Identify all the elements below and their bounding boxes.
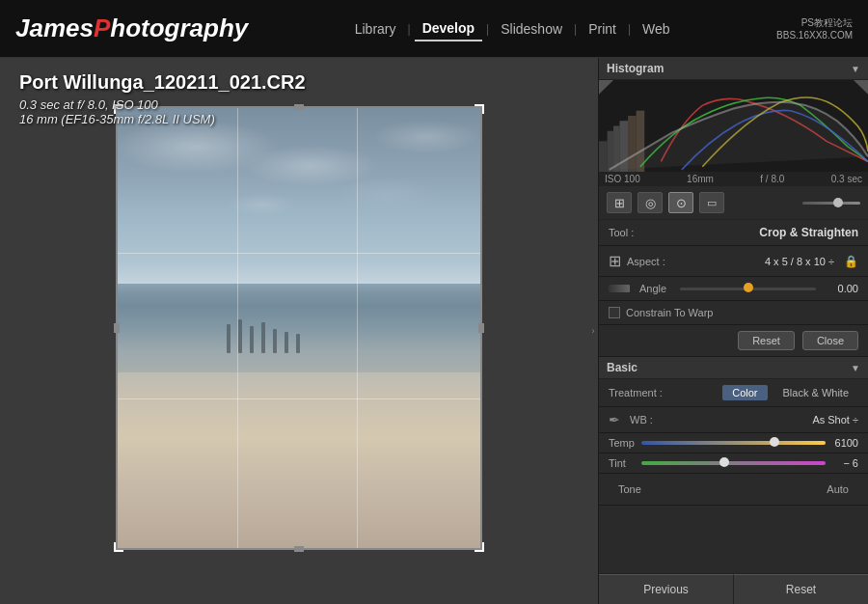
photo-container[interactable]: [0, 58, 598, 604]
wb-value[interactable]: As Shot ÷: [663, 414, 858, 426]
tint-thumb[interactable]: [719, 457, 729, 467]
logo-james: James: [15, 14, 94, 43]
histogram-canvas: [599, 80, 868, 172]
tint-label: Tint: [609, 457, 636, 469]
temp-value: 6100: [831, 437, 858, 449]
angle-label: Angle: [639, 283, 666, 294]
treatment-bw-button[interactable]: Black & White: [773, 385, 858, 400]
nav-bar: Library | Develop | Slideshow | Print | …: [347, 16, 678, 41]
tint-slider[interactable]: [641, 461, 826, 465]
pier-post: [238, 319, 242, 353]
nav-sep-4: |: [628, 22, 631, 36]
angle-slider[interactable]: [680, 288, 816, 290]
histogram-chart: [599, 80, 868, 172]
crop-handle-br[interactable]: [475, 542, 484, 552]
photo-meta2: 16 mm (EF16-35mm f/2.8L II USM): [19, 112, 306, 126]
nav-sep-3: |: [574, 22, 577, 36]
photo-info: Port Willunga_120211_021.CR2 0.3 sec at …: [19, 71, 306, 126]
wb-label: WB :: [630, 414, 653, 426]
nav-develop[interactable]: Develop: [415, 16, 482, 41]
temp-label: Temp: [609, 437, 636, 449]
hist-iso: ISO 100: [605, 174, 640, 184]
warp-row: Constrain To Warp: [599, 301, 868, 325]
previous-button[interactable]: Previous: [599, 574, 734, 604]
basic-collapse-arrow[interactable]: ▼: [851, 363, 860, 373]
histogram-header: Histogram ▼: [599, 58, 868, 80]
pier-post: [261, 322, 265, 353]
pier-post: [296, 334, 300, 353]
aspect-value[interactable]: 4 x 5 / 8 x 10 ÷: [671, 256, 834, 267]
photo-panel: Port Willunga_120211_021.CR2 0.3 sec at …: [0, 58, 598, 604]
wb-row: ✒ WB : As Shot ÷: [599, 407, 868, 433]
angle-icon: [609, 285, 630, 292]
tone-row: Tone Auto: [599, 474, 868, 506]
tone-auto-button[interactable]: Auto: [817, 479, 858, 500]
pier-post: [273, 329, 277, 353]
basic-section: Basic ▼ Treatment : Color Black & White …: [599, 357, 868, 573]
tool-crop[interactable]: ⊞: [607, 192, 632, 213]
exposure-thumb[interactable]: [833, 198, 843, 207]
crop-handle-bl[interactable]: [114, 542, 123, 552]
angle-value: 0.00: [829, 283, 858, 294]
crop-reset-button[interactable]: Reset: [738, 331, 795, 350]
temp-slider[interactable]: [641, 441, 826, 445]
svg-rect-4: [608, 131, 613, 172]
main-area: Port Willunga_120211_021.CR2 0.3 sec at …: [0, 58, 868, 604]
crop-panel: Tool : Crop & Straighten ⊞ Aspect : 4 x …: [599, 220, 868, 357]
panel-toggle-arrow[interactable]: ›: [588, 312, 598, 350]
pier-posts: [227, 319, 300, 353]
logo: James Photography: [15, 14, 248, 43]
tool-spot[interactable]: ◎: [637, 192, 663, 213]
watermark-line1: PS教程论坛: [776, 16, 853, 29]
nav-print[interactable]: Print: [581, 17, 624, 41]
lock-icon[interactable]: 🔒: [844, 255, 858, 268]
tool-gradient[interactable]: ▭: [699, 192, 724, 213]
angle-row: Angle 0.00: [599, 277, 868, 301]
histogram-title: Histogram: [607, 62, 664, 75]
crop-handle-ml[interactable]: [114, 323, 120, 333]
exposure-slider-area: [795, 202, 861, 205]
photo-frame: [116, 106, 482, 550]
nav-library[interactable]: Library: [347, 17, 404, 41]
temp-slider-row: Temp 6100: [599, 433, 868, 453]
hist-f: f / 8.0: [760, 174, 784, 184]
treatment-row: Treatment : Color Black & White: [599, 379, 868, 407]
tool-name: Crop & Straighten: [759, 226, 858, 239]
basic-header: Basic ▼: [599, 357, 868, 379]
panel-footer: Previous Reset: [599, 573, 868, 604]
logo-p: P: [94, 14, 110, 43]
watermark-line2: BBS.16XX8.COM: [776, 29, 853, 41]
wb-eyedropper[interactable]: ✒: [609, 412, 620, 427]
histogram-labels: ISO 100 16mm f / 8.0 0.3 sec: [599, 172, 868, 186]
right-panel: Histogram ▼: [598, 58, 868, 604]
nav-sep-1: |: [408, 22, 411, 36]
basic-title: Basic: [607, 361, 637, 374]
reset-button[interactable]: Reset: [734, 574, 868, 604]
exposure-track[interactable]: [802, 202, 861, 205]
nav-slideshow[interactable]: Slideshow: [493, 17, 570, 41]
treatment-color-button[interactable]: Color: [722, 385, 767, 400]
tint-slider-row: Tint − 6: [599, 453, 868, 474]
histogram-collapse-arrow[interactable]: ▼: [851, 64, 860, 74]
pier-post: [285, 332, 288, 353]
aspect-label: Aspect :: [627, 256, 665, 267]
header: James Photography Library | Develop | Sl…: [0, 0, 868, 58]
photo-background: [118, 108, 480, 548]
nav-web[interactable]: Web: [635, 17, 678, 41]
tool-redeye[interactable]: ⊙: [668, 192, 693, 213]
crop-handle-tr[interactable]: [475, 104, 484, 114]
crop-close-button[interactable]: Close: [802, 331, 858, 350]
photo-title: Port Willunga_120211_021.CR2: [19, 71, 306, 94]
crop-tool-label-row: Tool : Crop & Straighten: [599, 220, 868, 246]
crop-handle-mr[interactable]: [478, 323, 484, 333]
hist-sec: 0.3 sec: [831, 174, 862, 184]
temp-thumb[interactable]: [770, 437, 779, 447]
tone-label: Tone: [609, 479, 817, 500]
tool-label: Tool :: [609, 227, 634, 238]
svg-rect-3: [599, 141, 608, 172]
crop-handle-bm[interactable]: [294, 546, 304, 552]
warp-checkbox[interactable]: [609, 307, 620, 318]
warp-label: Constrain To Warp: [626, 307, 713, 318]
angle-thumb[interactable]: [744, 283, 753, 292]
arrow-icon: ›: [592, 326, 595, 336]
